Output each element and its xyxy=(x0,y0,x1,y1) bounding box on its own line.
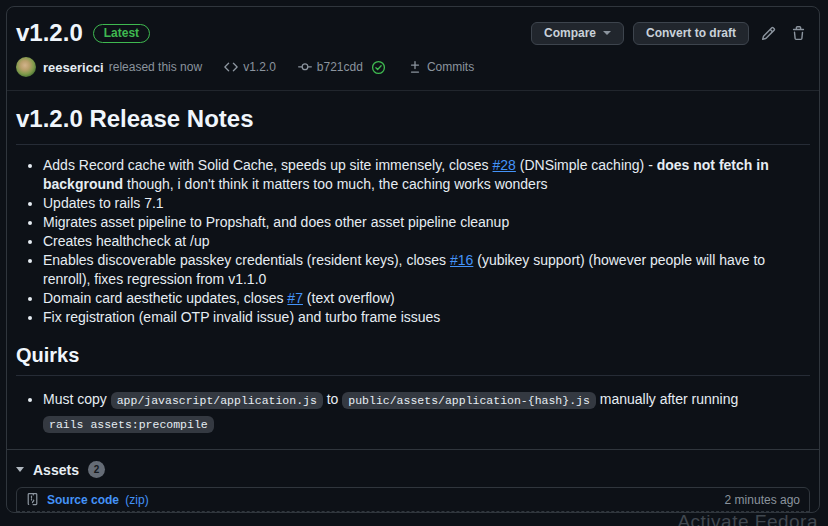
list-item: Must copy app/javascript/application.js … xyxy=(43,388,810,436)
release-body: v1.2.0 Release Notes Adds Record cache w… xyxy=(7,104,819,436)
release-title: v1.2.0 xyxy=(16,18,83,48)
release-notes-heading: v1.2.0 Release Notes xyxy=(16,104,810,145)
commit-sha: b721cdd xyxy=(317,60,363,74)
assets-section: Assets 2 Source code (zip) 2 minutes ago… xyxy=(7,449,819,513)
compare-button[interactable]: Compare xyxy=(531,22,624,45)
text-run: Domain card aesthetic updates, closes xyxy=(43,290,287,306)
text-run: manually after running xyxy=(596,391,738,407)
tag-icon xyxy=(224,60,238,74)
compare-button-label: Compare xyxy=(544,26,596,40)
list-item: Enables discoverable passkey credentials… xyxy=(43,251,810,289)
assets-summary-toggle[interactable]: Assets 2 xyxy=(16,461,810,478)
chevron-down-icon xyxy=(603,31,611,35)
text-run: Updates to rails 7.1 xyxy=(43,195,164,211)
text-run: to xyxy=(323,391,342,407)
text-run: Enables discoverable passkey credentials… xyxy=(43,252,450,268)
file-zip-icon xyxy=(26,493,39,506)
release-card: v1.2.0 Latest Compare Convert to draft r… xyxy=(6,6,820,513)
edit-release-button[interactable] xyxy=(758,24,779,43)
release-header: v1.2.0 Latest Compare Convert to draft xyxy=(7,7,819,48)
list-item: Domain card aesthetic updates, closes #7… xyxy=(43,289,810,308)
asset-row: Source code (zip) 2 minutes ago xyxy=(17,488,809,511)
quirks-list: Must copy app/javascript/application.js … xyxy=(16,388,810,436)
code-span: public/assets/application-{hash}.js xyxy=(342,392,596,409)
issue-link[interactable]: #7 xyxy=(287,290,303,306)
commit-link[interactable]: b721cdd xyxy=(298,60,363,74)
release-actions: Compare Convert to draft xyxy=(531,22,809,45)
asset-download-link[interactable]: Source code (zip) xyxy=(47,493,149,507)
text-run: Must copy xyxy=(43,391,111,407)
assets-count-badge: 2 xyxy=(88,461,105,478)
diff-icon xyxy=(408,60,422,74)
asset-row: Source code (tar.gz) 2 minutes ago xyxy=(17,511,809,513)
issue-link[interactable]: #28 xyxy=(493,157,516,173)
code-span: app/javascript/application.js xyxy=(111,392,323,409)
list-item: Fix registration (email OTP invalid issu… xyxy=(43,308,810,327)
text-run: Migrates asset pipeline to Propshaft, an… xyxy=(43,214,509,230)
commits-link-label: Commits xyxy=(427,60,474,74)
author-link[interactable]: reesericci xyxy=(43,60,104,75)
convert-to-draft-button[interactable]: Convert to draft xyxy=(633,22,749,45)
text-run: Fix registration (email OTP invalid issu… xyxy=(43,309,440,325)
code-span: rails assets:precompile xyxy=(43,416,214,433)
verified-check-icon xyxy=(371,60,386,75)
list-item: Updates to rails 7.1 xyxy=(43,194,810,213)
issue-link[interactable]: #16 xyxy=(450,252,473,268)
commits-link[interactable]: Commits xyxy=(408,60,474,74)
text-run: though, i don't think it matters too muc… xyxy=(123,176,547,192)
text-run: Creates healthcheck at /up xyxy=(43,233,210,249)
quirks-heading: Quirks xyxy=(16,343,810,376)
activate-fedora-watermark: Activate Fedora xyxy=(677,511,818,526)
release-notes-list: Adds Record cache with Solid Cache, spee… xyxy=(16,156,810,327)
list-item: Migrates asset pipeline to Propshaft, an… xyxy=(43,213,810,232)
release-tag: v1.2.0 xyxy=(224,60,276,74)
pencil-icon xyxy=(761,26,776,41)
asset-timestamp: 2 minutes ago xyxy=(725,493,800,507)
list-item: Adds Record cache with Solid Cache, spee… xyxy=(43,156,810,194)
assets-box: Source code (zip) 2 minutes ago Source c… xyxy=(16,487,810,513)
list-item: Creates healthcheck at /up xyxy=(43,232,810,251)
assets-label: Assets xyxy=(33,462,79,478)
verified-badge[interactable] xyxy=(371,60,386,75)
delete-release-button[interactable] xyxy=(788,24,809,43)
release-meta: reesericci released this now v1.2.0 b721… xyxy=(7,48,819,91)
git-commit-icon xyxy=(298,60,312,74)
released-text: released this now xyxy=(109,60,202,74)
avatar[interactable] xyxy=(16,57,36,77)
convert-button-label: Convert to draft xyxy=(646,26,736,40)
trash-icon xyxy=(791,26,806,41)
tag-name: v1.2.0 xyxy=(243,60,276,74)
caret-down-icon xyxy=(16,467,24,472)
text-run: Adds Record cache with Solid Cache, spee… xyxy=(43,157,493,173)
text-run: (text overflow) xyxy=(303,290,395,306)
latest-badge: Latest xyxy=(93,24,150,43)
text-run: (DNSimple caching) - xyxy=(516,157,657,173)
